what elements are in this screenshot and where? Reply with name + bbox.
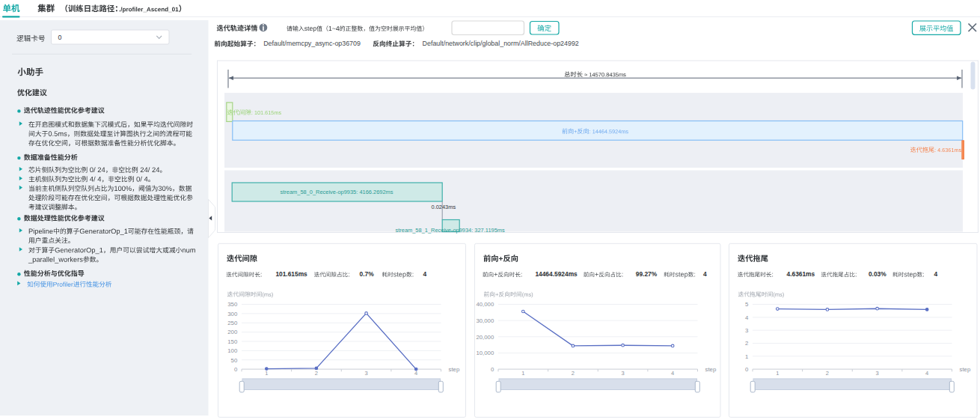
svg-text:50: 50 <box>231 357 238 364</box>
svg-text:5: 5 <box>745 301 749 308</box>
svg-text:step: step <box>960 366 971 373</box>
svg-text:2: 2 <box>745 340 748 347</box>
svg-text:99.27%: 99.27% <box>636 270 658 278</box>
svg-text:20,000: 20,000 <box>476 334 494 341</box>
svg-text:250: 250 <box>227 320 238 326</box>
svg-text:10,000: 10,000 <box>476 350 494 356</box>
svg-text:0.7%: 0.7% <box>360 270 375 278</box>
svg-text:4.6361ms: 4.6361ms <box>787 270 815 278</box>
svg-text:4: 4 <box>671 370 674 377</box>
svg-text:2: 2 <box>826 370 829 377</box>
svg-text:0.0243ms: 0.0243ms <box>432 204 456 210</box>
svg-text:4: 4 <box>925 370 928 377</box>
svg-text:0: 0 <box>491 366 494 373</box>
svg-text:1: 1 <box>265 370 268 377</box>
svg-text:101.615ms: 101.615ms <box>275 270 307 278</box>
svg-text:3: 3 <box>875 370 878 377</box>
svg-text:0: 0 <box>234 366 238 373</box>
svg-text:stream_58_1_Receive-op9934: 32: stream_58_1_Receive-op9934: 327.1195ms <box>396 227 506 234</box>
svg-text:300: 300 <box>227 311 238 317</box>
svg-text:30,000: 30,000 <box>476 317 494 324</box>
svg-text:0: 0 <box>745 366 749 373</box>
svg-text:Default/memcpy_async-op36709: Default/memcpy_async-op36709 <box>263 40 361 47</box>
svg-text:40,000: 40,000 <box>476 301 494 308</box>
svg-text:350: 350 <box>227 301 238 308</box>
svg-text:4: 4 <box>745 314 749 321</box>
svg-text:Default/network/clip/global_no: Default/network/clip/global_norm/AllRedu… <box>423 40 579 47</box>
svg-text:step: step <box>449 366 460 373</box>
svg-text:100: 100 <box>227 347 238 354</box>
svg-text:14464.5924ms: 14464.5924ms <box>535 270 578 278</box>
svg-text:1: 1 <box>776 370 779 377</box>
svg-text:150: 150 <box>227 338 238 345</box>
svg-text:0.03%: 0.03% <box>869 270 886 278</box>
svg-text:0: 0 <box>58 34 62 41</box>
svg-text:1: 1 <box>745 353 748 360</box>
svg-text:3: 3 <box>364 370 367 377</box>
svg-text:4: 4 <box>703 270 707 278</box>
svg-text:200: 200 <box>227 329 238 335</box>
svg-text:4: 4 <box>423 270 427 278</box>
svg-text:2: 2 <box>572 370 575 377</box>
svg-text:3: 3 <box>745 327 748 334</box>
svg-text:4: 4 <box>934 270 938 278</box>
svg-text:step: step <box>705 366 717 373</box>
svg-text:1: 1 <box>521 370 524 377</box>
svg-text:3: 3 <box>621 370 624 377</box>
svg-text:stream_58_0_Receive-op9935: 41: stream_58_0_Receive-op9935: 4166.2692ms <box>281 189 393 195</box>
svg-text:2: 2 <box>315 370 318 377</box>
